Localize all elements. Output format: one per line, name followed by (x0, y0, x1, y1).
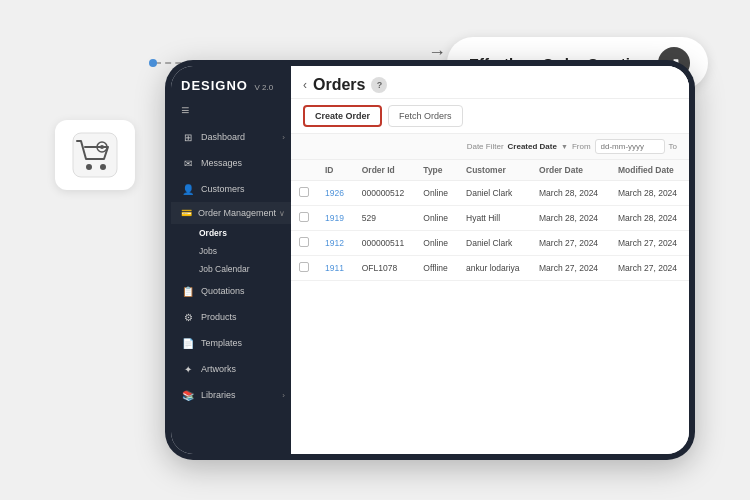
templates-icon: 📄 (181, 336, 195, 350)
row-customer: Daniel Clark (458, 181, 531, 206)
sidebar-item-quotations[interactable]: 📋 Quotations (171, 278, 291, 304)
version-text: V 2.0 (254, 83, 273, 92)
sidebar-label-order-management: Order Management (198, 208, 276, 218)
row-order-date: March 27, 2024 (531, 256, 610, 281)
customers-icon: 👤 (181, 182, 195, 196)
svg-point-1 (86, 164, 92, 170)
th-order-id: Order Id (354, 160, 416, 181)
th-checkbox (291, 160, 317, 181)
from-label: From (572, 142, 591, 151)
row-checkbox-cell[interactable] (291, 231, 317, 256)
sidebar-label-templates: Templates (201, 338, 242, 348)
menu-hamburger-icon[interactable]: ≡ (171, 98, 291, 124)
action-buttons-row: Create Order Fetch Orders (291, 99, 689, 134)
row-order-id: 000000512 (354, 181, 416, 206)
cart-icon-box (55, 120, 135, 190)
svg-point-4 (100, 145, 104, 149)
quotations-icon: 📋 (181, 284, 195, 298)
tablet-screen: DESIGNO V 2.0 ≡ ⊞ Dashboard › ✉ Messages… (171, 66, 689, 454)
sidebar-item-dashboard[interactable]: ⊞ Dashboard › (171, 124, 291, 150)
row-customer: Daniel Clark (458, 231, 531, 256)
row-modified-date: March 27, 2024 (610, 231, 689, 256)
row-modified-date: March 27, 2024 (610, 256, 689, 281)
date-from-input[interactable] (595, 139, 665, 154)
artworks-icon: ✦ (181, 362, 195, 376)
row-order-date: March 28, 2024 (531, 181, 610, 206)
row-customer: ankur lodariya (458, 256, 531, 281)
sidebar-item-templates[interactable]: 📄 Templates (171, 330, 291, 356)
row-checkbox[interactable] (299, 187, 309, 197)
sidebar-label-messages: Messages (201, 158, 242, 168)
row-modified-date: March 28, 2024 (610, 181, 689, 206)
sidebar-label-products: Products (201, 312, 237, 322)
table-row: 1919 529 Online Hyatt Hill March 28, 202… (291, 206, 689, 231)
sidebar-item-orders[interactable]: Orders (171, 224, 291, 242)
table-row: 1912 000000511 Online Daniel Clark March… (291, 231, 689, 256)
row-order-id: 000000511 (354, 231, 416, 256)
sidebar-label-customers: Customers (201, 184, 245, 194)
row-order-id: OFL1078 (354, 256, 416, 281)
row-type: Online (415, 206, 458, 231)
row-id[interactable]: 1912 (317, 231, 354, 256)
sidebar-item-order-management[interactable]: 💳 Order Management ∨ (171, 202, 291, 224)
messages-icon: ✉ (181, 156, 195, 170)
sidebar-item-jobs[interactable]: Jobs (171, 242, 291, 260)
libraries-icon: 📚 (181, 388, 195, 402)
sidebar-logo: DESIGNO V 2.0 (171, 66, 291, 98)
sidebar-item-messages[interactable]: ✉ Messages (171, 150, 291, 176)
create-order-button[interactable]: Create Order (303, 105, 382, 127)
orders-table: ID Order Id Type Customer Order Date Mod… (291, 160, 689, 281)
row-checkbox-cell[interactable] (291, 256, 317, 281)
row-checkbox[interactable] (299, 237, 309, 247)
main-content: ‹ Orders ? Create Order Fetch Orders Dat… (291, 66, 689, 454)
help-icon[interactable]: ? (371, 77, 387, 93)
table-header-row: ID Order Id Type Customer Order Date Mod… (291, 160, 689, 181)
dashboard-icon: ⊞ (181, 130, 195, 144)
sidebar-label-quotations: Quotations (201, 286, 245, 296)
fetch-orders-button[interactable]: Fetch Orders (388, 105, 463, 127)
row-type: Online (415, 231, 458, 256)
row-id[interactable]: 1911 (317, 256, 354, 281)
row-id[interactable]: 1926 (317, 181, 354, 206)
chevron-dashboard-icon: › (282, 133, 285, 142)
title-row: ‹ Orders ? (303, 76, 387, 94)
th-customer: Customer (458, 160, 531, 181)
sidebar-item-job-calendar[interactable]: Job Calendar (171, 260, 291, 278)
row-checkbox[interactable] (299, 212, 309, 222)
table-row: 1926 000000512 Online Daniel Clark March… (291, 181, 689, 206)
sidebar-item-artworks[interactable]: ✦ Artworks (171, 356, 291, 382)
row-type: Online (415, 181, 458, 206)
th-id: ID (317, 160, 354, 181)
sidebar-item-customers[interactable]: 👤 Customers (171, 176, 291, 202)
date-filter-dropdown-icon[interactable]: ▼ (561, 143, 568, 150)
th-order-date: Order Date (531, 160, 610, 181)
filter-bar: Date Filter Created Date ▼ From To (291, 134, 689, 160)
row-checkbox-cell[interactable] (291, 181, 317, 206)
row-order-id: 529 (354, 206, 416, 231)
logo-text: DESIGNO (181, 78, 248, 93)
chevron-libraries-icon: › (282, 391, 285, 400)
row-id[interactable]: 1919 (317, 206, 354, 231)
sidebar: DESIGNO V 2.0 ≡ ⊞ Dashboard › ✉ Messages… (171, 66, 291, 454)
tablet-device: DESIGNO V 2.0 ≡ ⊞ Dashboard › ✉ Messages… (165, 60, 695, 460)
row-checkbox[interactable] (299, 262, 309, 272)
chevron-order-mgmt-icon: ∨ (279, 209, 285, 218)
date-filter-label: Date Filter (467, 142, 504, 151)
page-background: → Effortless Order Creation ↗ DESIGNO V … (0, 0, 750, 500)
date-filter-field[interactable]: Created Date (508, 142, 557, 151)
page-header: ‹ Orders ? (291, 66, 689, 99)
sidebar-item-products[interactable]: ⚙ Products (171, 304, 291, 330)
page-title: Orders (313, 76, 365, 94)
to-label: To (669, 142, 677, 151)
orders-table-container: ID Order Id Type Customer Order Date Mod… (291, 160, 689, 454)
svg-rect-0 (73, 133, 117, 177)
sidebar-label-libraries: Libraries (201, 390, 236, 400)
sidebar-label-artworks: Artworks (201, 364, 236, 374)
row-customer: Hyatt Hill (458, 206, 531, 231)
row-checkbox-cell[interactable] (291, 206, 317, 231)
svg-point-2 (100, 164, 106, 170)
row-order-date: March 28, 2024 (531, 206, 610, 231)
back-arrow-icon[interactable]: ‹ (303, 78, 307, 92)
sidebar-item-libraries[interactable]: 📚 Libraries › (171, 382, 291, 408)
table-row: 1911 OFL1078 Offline ankur lodariya Marc… (291, 256, 689, 281)
